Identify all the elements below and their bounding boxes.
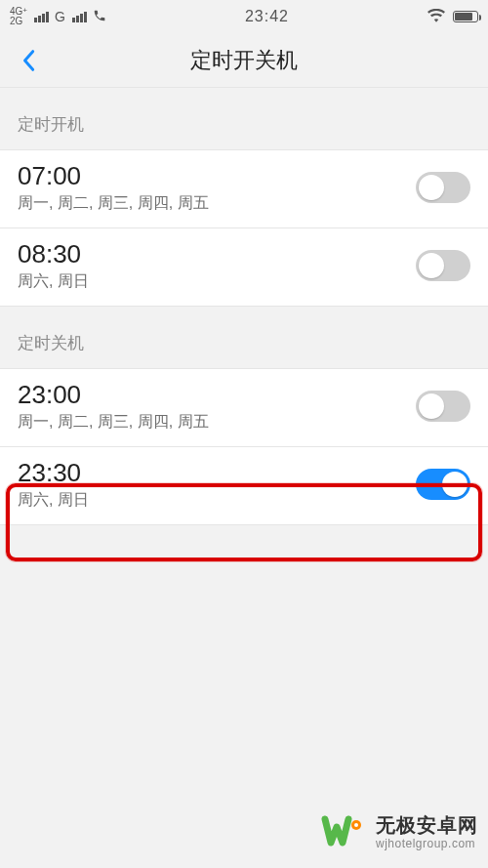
- signal-bars-1-icon: [34, 12, 49, 22]
- schedule-row[interactable]: 08:30 周六, 周日: [0, 227, 488, 307]
- net2-label: 2G: [10, 17, 27, 26]
- schedule-toggle[interactable]: [416, 391, 470, 422]
- schedule-days: 周六, 周日: [18, 271, 416, 292]
- schedule-row[interactable]: 23:00 周一, 周二, 周三, 周四, 周五: [0, 368, 488, 446]
- svg-point-1: [354, 823, 358, 827]
- section-header: 定时关机: [0, 307, 488, 368]
- watermark: 无极安卓网 wjhotelgroup.com: [321, 809, 478, 854]
- back-button[interactable]: [14, 46, 43, 75]
- schedule-toggle[interactable]: [416, 250, 470, 281]
- schedule-toggle[interactable]: [416, 469, 470, 500]
- schedule-days: 周一, 周二, 周三, 周四, 周五: [18, 193, 416, 214]
- schedule-days: 周六, 周日: [18, 490, 416, 511]
- schedule-time: 23:30: [18, 459, 416, 488]
- section-power-on: 定时开机 07:00 周一, 周二, 周三, 周四, 周五 08:30 周六, …: [0, 88, 488, 307]
- battery-icon: [453, 11, 478, 22]
- chevron-left-icon: [21, 49, 35, 72]
- wifi-icon: [427, 9, 445, 25]
- schedule-row[interactable]: 23:30 周六, 周日: [0, 446, 488, 525]
- status-right: [427, 9, 478, 25]
- nav-bar: 定时开关机: [0, 33, 488, 88]
- net-secondary-label: G: [55, 9, 65, 24]
- status-left: 4G+ 2G G: [10, 7, 106, 26]
- status-bar: 4G+ 2G G 23:42: [0, 0, 488, 33]
- page-title: 定时开关机: [190, 46, 298, 75]
- section-header: 定时开机: [0, 88, 488, 149]
- schedule-row[interactable]: 07:00 周一, 周二, 周三, 周四, 周五: [0, 149, 488, 227]
- phone-icon: [93, 9, 106, 25]
- network-stack: 4G+ 2G: [10, 7, 27, 26]
- status-time: 23:42: [245, 8, 289, 25]
- section-power-off: 定时关机 23:00 周一, 周二, 周三, 周四, 周五 23:30 周六, …: [0, 307, 488, 525]
- schedule-toggle[interactable]: [416, 172, 470, 203]
- schedule-time: 08:30: [18, 240, 416, 269]
- watermark-logo-icon: [321, 809, 366, 854]
- schedule-time: 07:00: [18, 162, 416, 191]
- watermark-sub: wjhotelgroup.com: [376, 837, 478, 850]
- signal-bars-2-icon: [72, 12, 87, 22]
- watermark-title: 无极安卓网: [376, 813, 478, 837]
- schedule-days: 周一, 周二, 周三, 周四, 周五: [18, 412, 416, 433]
- schedule-time: 23:00: [18, 381, 416, 410]
